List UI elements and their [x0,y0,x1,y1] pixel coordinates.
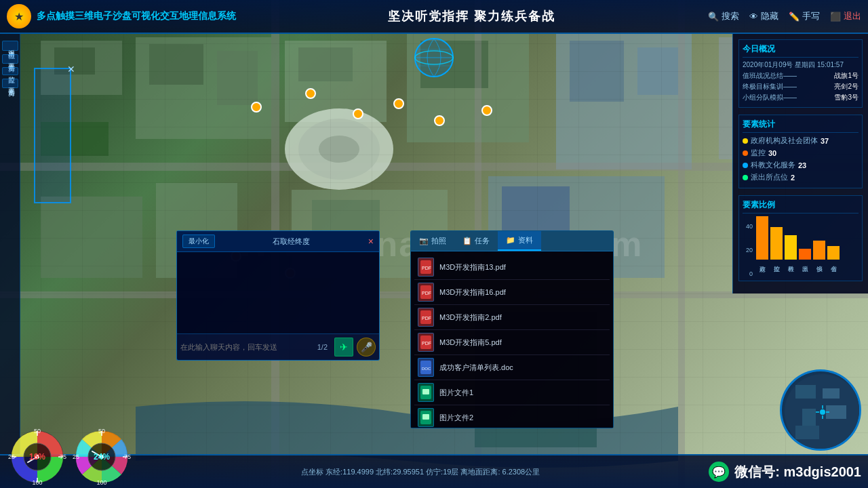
file-titlebar: 📷 拍照 📋 任务 📁 资料 [411,231,613,251]
overview-value-2: 雪豹3号 [834,93,859,102]
y-label-1: 20 [743,247,753,253]
stats-item-2: 科教文化服务 23 [743,160,859,170]
tab-task[interactable]: 📋 任务 [454,232,498,250]
bar-3 [799,249,811,260]
chat-input[interactable] [180,343,311,351]
svg-rect-64 [795,385,816,399]
exit-icon: ⬛ [830,12,841,22]
stats-dot-1 [743,150,748,156]
top-right-buttons: 🔍 搜索 👁 隐藏 ✏️ 手写 ⬛ 退出 [708,10,861,22]
tab-resource[interactable]: 📁 资料 [498,231,541,251]
search-icon: 🔍 [708,12,719,22]
stats-dot-3 [743,175,748,180]
file-list-item[interactable]: PDFM3D开发指南5.pdf [414,330,610,355]
top-bar: ★ 多点触摸三维电子沙盘可视化交互地理信息系统 坚决听党指挥 聚力练兵备战 🔍 … [0,0,868,34]
file-type-icon: PDF [418,333,434,352]
handwrite-button[interactable]: ✏️ 手写 [789,10,820,22]
stats-label-0: 政府机构及社会团体 [751,136,818,146]
bar-label-4: 乡镇 [815,261,824,277]
svg-text:PDF: PDF [422,316,431,321]
search-button[interactable]: 🔍 搜索 [708,10,739,22]
send-icon: ✈ [340,342,348,352]
chat-close-button[interactable]: × [368,236,374,247]
overview-row-2: 小组分队模拟—— 雪豹3号 [743,93,859,102]
logo-symbol: ★ [14,10,24,23]
gauge2-value: 24% [94,452,110,462]
stats-count-1: 30 [768,149,776,157]
bar-1 [770,227,783,260]
globe-icon [414,37,454,78]
file-list-item[interactable]: DOC成功客户清单列表.doc [414,355,610,380]
bar-label-3: 派出 [801,261,810,277]
sidebar-item-paichusuо[interactable]: 派出所点位 [2,41,18,51]
date-label: 2020年01月09号 星期四 15:01:57 [743,60,844,70]
bar-item-5: 省会 [827,246,840,277]
file-list-item[interactable]: PDFM3D开发指南2.pdf [414,305,610,330]
bar-item-1: 监控 [770,227,783,277]
stats-label-2: 科教文化服务 [751,160,795,170]
file-list-item[interactable]: PDFM3D开发指南16.pdf [414,280,610,305]
stats-item-0: 政府机构及社会团体 37 [743,136,859,146]
chat-input-area: 1/2 ✈ 🎤 [177,333,379,360]
file-type-icon: PDF [418,258,434,277]
bar-label-2: 科教 [787,261,795,277]
sidebar-item-jiankong[interactable]: 监控 [2,67,18,75]
file-name-label: M3D开发指南16.pdf [439,287,506,298]
exit-button[interactable]: ⬛ 退出 [830,10,861,22]
map-marker [481,105,492,116]
bar-label-0: 政府 [758,261,767,277]
map-marker [353,108,363,119]
sidebar-item-yaosu1[interactable]: 要素走势 [2,54,18,64]
stats-count-3: 2 [791,174,795,182]
bar-item-3: 派出 [799,249,811,277]
svg-rect-68 [795,426,819,439]
svg-rect-66 [802,409,816,426]
file-name-label: 图片文件1 [439,388,473,398]
top-slogan: 坚决听党指挥 聚力练兵备战 [236,8,708,24]
svg-point-69 [820,409,825,415]
gauge2-top-label: 50 [98,428,105,434]
gauge1-value: 16% [29,452,45,462]
bar-label-1: 监控 [772,261,781,277]
mic-button[interactable]: 🎤 [357,338,376,357]
hide-icon: 👁 [749,12,758,22]
close-box-button[interactable]: ✕ [67,64,75,75]
overview-label-2: 小组分队模拟—— [743,93,797,102]
svg-rect-46 [422,389,429,394]
mini-map[interactable] [780,369,861,451]
file-name-label: M3D开发指南13.pdf [439,262,506,272]
svg-rect-48 [422,414,429,420]
svg-text:PDF: PDF [422,291,431,296]
app-logo: ★ [7,4,31,28]
bar-label-5: 省会 [829,261,838,277]
wechat-icon: 💬 [709,462,729,482]
tab-photo[interactable]: 📷 拍照 [411,232,454,250]
stats-title: 要素统计 [743,119,859,133]
gauge1-bottom-label: 100 [32,479,42,486]
page-indicator: 1/2 [314,341,331,353]
sidebar-item-yaosu2[interactable]: 要素走势 [2,79,18,88]
svg-text:DOC: DOC [422,367,431,371]
stats-label-1: 监控 [751,148,766,158]
gauge1-right-label: 75 [60,453,66,460]
overview-value-1: 亮剑2号 [834,82,859,92]
file-name-label: 图片文件2 [439,413,473,423]
bar-item-0: 政府 [756,216,768,277]
overview-section: 今日概况 2020年01月09号 星期四 15:01:57 值班战况总结—— 战… [738,39,863,108]
file-list-item[interactable]: 图片文件1 [414,380,610,405]
file-list-item[interactable]: 图片文件2 [414,405,610,428]
bar-0 [756,216,768,260]
file-name-label: M3D开发指南5.pdf [439,338,502,348]
overview-value-0: 战旗1号 [834,71,859,81]
bar-chart: 40 20 0 政府 监控 科教 派出 乡镇 [743,216,859,277]
y-label-0: 40 [743,223,753,230]
stats-dot-0 [743,138,748,144]
bar-2 [785,235,797,260]
overview-row-0: 值班战况总结—— 战旗1号 [743,71,859,81]
hide-button[interactable]: 👁 隐藏 [749,10,778,22]
stats-item-3: 派出所点位 2 [743,172,859,182]
minimize-button[interactable]: 最小化 [182,235,215,248]
file-list-item[interactable]: PDFM3D开发指南13.pdf [414,255,610,280]
send-button[interactable]: ✈ [334,338,353,357]
gauge2-left-label: 25 [73,453,79,460]
